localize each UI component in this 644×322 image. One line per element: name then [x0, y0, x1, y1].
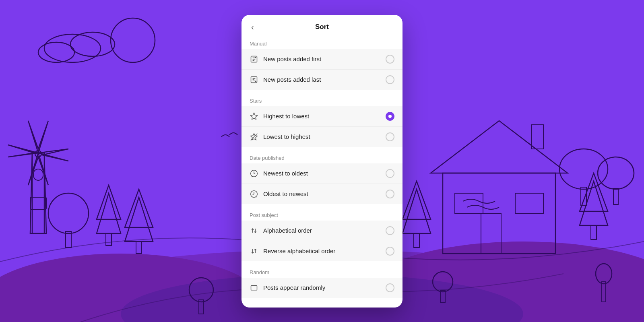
- svg-point-56: [255, 80, 256, 82]
- modal-overlay: ‹ Sort Manual New posts added first: [0, 0, 644, 322]
- radio-new-first[interactable]: [386, 55, 394, 64]
- option-alphabetical[interactable]: Alphabetical order: [242, 221, 402, 241]
- option-label-newest-oldest: Newest to oldest: [263, 170, 381, 177]
- manual-icon-1: [250, 55, 258, 64]
- section-label-date: Date published: [242, 150, 402, 163]
- sort-alpha-desc-icon: [250, 247, 258, 256]
- manual-icon-2: [250, 75, 258, 84]
- section-label-manual: Manual: [242, 36, 402, 49]
- clock-newest-icon: [250, 169, 258, 178]
- radio-lowest-highest[interactable]: [386, 132, 394, 141]
- option-label-new-last: New posts added last: [263, 76, 381, 83]
- option-label-oldest-newest: Oldest to newest: [263, 190, 381, 197]
- star-icon: [250, 112, 258, 121]
- options-group-random: Posts appear randomly: [242, 278, 402, 298]
- radio-reverse-alpha[interactable]: [386, 247, 394, 256]
- options-group-manual: New posts added first New posts added la…: [242, 49, 402, 90]
- option-oldest-newest[interactable]: Oldest to newest: [242, 184, 402, 204]
- svg-marker-57: [251, 113, 258, 119]
- star-outline-icon: [250, 132, 258, 141]
- radio-new-last[interactable]: [386, 75, 394, 84]
- options-group-date: Newest to oldest Oldest to newest: [242, 163, 402, 204]
- sort-modal: ‹ Sort Manual New posts added first: [242, 15, 402, 308]
- option-new-posts-first[interactable]: New posts added first: [242, 49, 402, 70]
- option-label-highest-lowest: Highest to lowest: [263, 113, 381, 120]
- option-randomly[interactable]: Posts appear randomly: [242, 278, 402, 298]
- option-label-randomly: Posts appear randomly: [263, 284, 381, 291]
- svg-point-51: [255, 57, 256, 58]
- option-label-alphabetical: Alphabetical order: [263, 227, 381, 234]
- modal-title: Sort: [315, 23, 329, 31]
- radio-alphabetical[interactable]: [386, 226, 394, 235]
- section-label-random: Random: [242, 264, 402, 278]
- radio-newest-oldest[interactable]: [386, 169, 394, 178]
- options-group-subject: Alphabetical order Reverse alphabetical …: [242, 221, 402, 261]
- radio-highest-lowest[interactable]: [386, 112, 394, 121]
- option-label-new-first: New posts added first: [263, 56, 381, 62]
- option-label-lowest-highest: Lowest to highest: [263, 133, 381, 140]
- option-highest-lowest[interactable]: Highest to lowest: [242, 106, 402, 127]
- random-icon: [250, 283, 258, 292]
- option-newest-oldest[interactable]: Newest to oldest: [242, 163, 402, 184]
- option-reverse-alpha[interactable]: Reverse alphabetical order: [242, 241, 402, 261]
- radio-oldest-newest[interactable]: [386, 190, 394, 198]
- option-label-reverse-alpha: Reverse alphabetical order: [263, 248, 381, 254]
- svg-rect-66: [251, 285, 257, 290]
- option-lowest-highest[interactable]: Lowest to highest: [242, 127, 402, 147]
- section-label-stars: Stars: [242, 93, 402, 106]
- modal-header: ‹ Sort: [242, 15, 402, 36]
- sort-alpha-icon: [250, 226, 258, 235]
- options-group-stars: Highest to lowest Lowest to highest: [242, 106, 402, 147]
- radio-randomly[interactable]: [386, 283, 394, 292]
- option-new-posts-last[interactable]: New posts added last: [242, 70, 402, 90]
- clock-oldest-icon: [250, 190, 258, 198]
- section-label-subject: Post subject: [242, 207, 402, 221]
- back-button[interactable]: ‹: [248, 21, 257, 33]
